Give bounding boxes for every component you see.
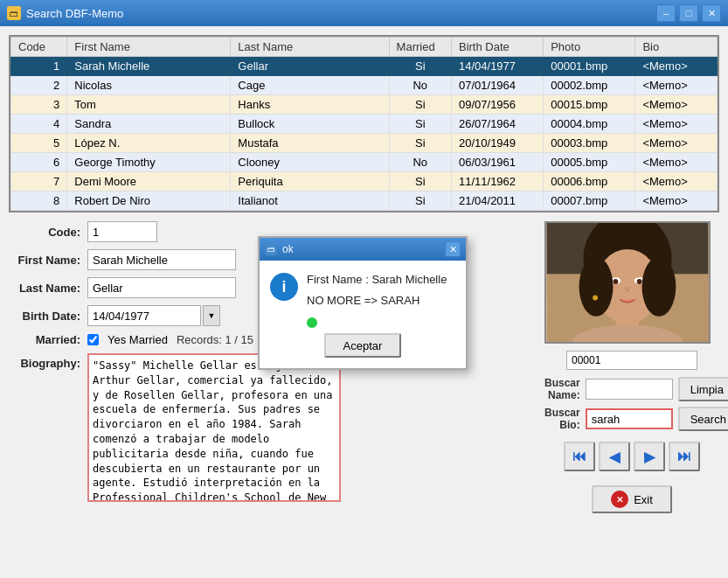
exit-row: ✕ Exit xyxy=(544,485,719,513)
table-cell: Clooney xyxy=(231,153,389,172)
main-window: Code First Name Last Name Married Birth … xyxy=(0,26,728,578)
svg-point-8 xyxy=(613,279,618,284)
code-input[interactable] xyxy=(87,221,157,242)
data-table-container: Code First Name Last Name Married Birth … xyxy=(9,35,719,212)
buscar-bio-input[interactable] xyxy=(586,408,673,429)
svg-point-10 xyxy=(579,257,614,317)
minimize-button[interactable]: – xyxy=(656,4,676,22)
table-cell: <Memo> xyxy=(635,192,718,211)
lastname-label: Last Name: xyxy=(9,282,87,295)
dialog-line2: NO MORE => SARAH xyxy=(307,292,447,310)
buscar-bio-row: Buscar Bio: Search xyxy=(544,407,719,431)
table-cell: Si xyxy=(389,57,451,76)
table-cell: Demi Moore xyxy=(67,172,231,192)
col-lastname: Last Name xyxy=(231,38,389,57)
biography-label: Biography: xyxy=(9,353,87,370)
table-cell: 20/10/1949 xyxy=(451,134,543,153)
buscar-name-input[interactable] xyxy=(586,379,673,400)
close-button[interactable]: ✕ xyxy=(702,4,721,22)
table-row[interactable]: 3TomHanksSi09/07/195600015.bmp<Memo> xyxy=(11,95,718,115)
table-cell: 2 xyxy=(11,76,67,95)
table-cell: 06/03/1961 xyxy=(451,153,543,172)
table-cell: Sandra xyxy=(67,115,231,134)
green-dot xyxy=(307,317,317,328)
col-married: Married xyxy=(389,38,451,57)
table-cell: Gellar xyxy=(231,57,389,76)
next-record-button[interactable]: ▶ xyxy=(634,442,665,471)
dialog-close-button[interactable]: ✕ xyxy=(445,241,461,257)
table-cell: George Timothy xyxy=(67,153,231,172)
dialog-line1: First Name : Sarah Michelle xyxy=(307,271,447,289)
birthdate-input[interactable] xyxy=(87,305,201,326)
table-cell: López N. xyxy=(67,134,231,153)
table-cell: Si xyxy=(389,172,451,192)
firstname-input[interactable] xyxy=(87,249,236,270)
table-cell: <Memo> xyxy=(635,134,718,153)
table-cell: 26/07/1964 xyxy=(451,115,543,134)
table-row[interactable]: 7Demi MoorePeriquitaSi11/11/196200006.bm… xyxy=(11,172,718,192)
date-picker-button[interactable]: ▼ xyxy=(203,305,220,326)
married-checkbox[interactable] xyxy=(87,334,99,345)
table-cell: <Memo> xyxy=(635,95,718,115)
table-row[interactable]: 4SandraBullockSi26/07/196400004.bmp<Memo… xyxy=(11,115,718,134)
table-cell: 4 xyxy=(11,115,67,134)
table-cell: 14/04/1977 xyxy=(451,57,543,76)
biography-row: Biography: <Sarah>"Sassy" Michelle Gella… xyxy=(9,353,536,502)
dialog-titlebar: 🗃 ok ✕ xyxy=(260,238,466,261)
table-row[interactable]: 1Sarah MichelleGellarSi14/04/197700001.b… xyxy=(11,57,718,76)
table-cell: Periquita xyxy=(231,172,389,192)
table-cell: 3 xyxy=(11,95,67,115)
date-wrapper: ▼ xyxy=(87,305,220,326)
table-cell: <Memo> xyxy=(635,115,718,134)
prev-record-button[interactable]: ◀ xyxy=(599,442,630,471)
table-cell: 07/01/1964 xyxy=(451,76,543,95)
table-cell: 1 xyxy=(11,57,67,76)
buscar-name-label: Buscar Name: xyxy=(544,377,580,401)
dialog-btn-row: Aceptar xyxy=(270,333,455,358)
biography-textarea[interactable]: <Sarah>"Sassy" Michelle Gellar es hija d… xyxy=(87,353,341,502)
search-section: Buscar Name: Limpia Buscar Bio: Search xyxy=(544,377,719,431)
table-row[interactable]: 2NicolasCageNo07/01/196400002.bmp<Memo> xyxy=(11,76,718,95)
table-cell: Si xyxy=(389,95,451,115)
table-cell: Tom xyxy=(67,95,231,115)
firstname-label: First Name: xyxy=(9,254,87,267)
col-photo: Photo xyxy=(544,38,635,57)
maximize-button[interactable]: □ xyxy=(679,4,698,22)
first-record-button[interactable]: ⏮ xyxy=(564,442,595,471)
exit-label: Exit xyxy=(634,493,653,506)
table-cell: Si xyxy=(389,134,451,153)
photo-name-row xyxy=(544,351,719,370)
nav-buttons: ⏮ ◀ ▶ ⏭ xyxy=(544,442,719,471)
married-label: Married: xyxy=(9,333,87,346)
photo-placeholder xyxy=(546,223,709,342)
table-cell: <Memo> xyxy=(635,153,718,172)
info-icon: i xyxy=(270,273,298,301)
title-bar: 🗃 Search DBF-Memo – □ ✕ xyxy=(0,0,728,26)
window-title: Search DBF-Memo xyxy=(26,7,651,20)
code-label: Code: xyxy=(9,226,87,239)
table-cell: 00004.bmp xyxy=(544,115,635,134)
table-cell: Mustafa xyxy=(231,134,389,153)
lastname-input[interactable] xyxy=(87,277,236,298)
ok-dialog[interactable]: 🗃 ok ✕ i First Name : Sarah Michelle NO … xyxy=(258,236,468,370)
table-cell: <Memo> xyxy=(635,172,718,192)
table-row[interactable]: 5López N.MustafaSi20/10/194900003.bmp<Me… xyxy=(11,134,718,153)
table-header-row: Code First Name Last Name Married Birth … xyxy=(11,38,718,57)
col-bio: Bio xyxy=(635,38,718,57)
dialog-body: i First Name : Sarah Michelle NO MORE =>… xyxy=(260,261,466,368)
search-button[interactable]: Search xyxy=(678,407,728,431)
aceptar-button[interactable]: Aceptar xyxy=(324,333,402,358)
table-cell: Bullock xyxy=(231,115,389,134)
table-row[interactable]: 8Robert De NiroItalianotSi21/04/20110000… xyxy=(11,192,718,211)
data-table: Code First Name Last Name Married Birth … xyxy=(10,37,718,211)
table-cell: No xyxy=(389,153,451,172)
photo-name-input[interactable] xyxy=(566,351,697,370)
birthdate-label: Birth Date: xyxy=(9,310,87,323)
table-row[interactable]: 6George TimothyClooneyNo06/03/196100005.… xyxy=(11,153,718,172)
exit-button[interactable]: ✕ Exit xyxy=(592,485,672,513)
last-record-button[interactable]: ⏭ xyxy=(669,442,700,471)
limpia-button[interactable]: Limpia xyxy=(678,377,728,401)
table-cell: Italianot xyxy=(231,192,389,211)
married-text: Yes Married xyxy=(107,333,168,346)
table-cell: 00001.bmp xyxy=(544,57,635,76)
